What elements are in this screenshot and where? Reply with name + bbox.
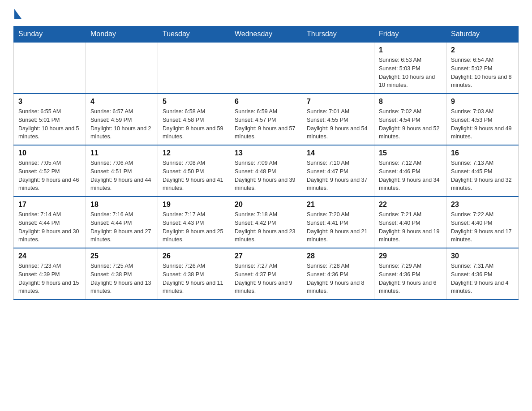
calendar-day-header: Friday bbox=[374, 26, 446, 43]
day-info: Sunrise: 7:18 AM Sunset: 4:42 PM Dayligh… bbox=[235, 210, 297, 244]
calendar-table: SundayMondayTuesdayWednesdayThursdayFrid… bbox=[13, 26, 519, 300]
calendar-cell: 26Sunrise: 7:26 AM Sunset: 4:38 PM Dayli… bbox=[158, 248, 230, 300]
calendar-cell: 8Sunrise: 7:02 AM Sunset: 4:54 PM Daylig… bbox=[374, 94, 446, 145]
day-info: Sunrise: 7:02 AM Sunset: 4:54 PM Dayligh… bbox=[379, 107, 442, 141]
day-number: 12 bbox=[163, 149, 225, 157]
day-info: Sunrise: 6:53 AM Sunset: 5:03 PM Dayligh… bbox=[379, 56, 442, 90]
calendar-cell: 19Sunrise: 7:17 AM Sunset: 4:43 PM Dayli… bbox=[158, 197, 230, 248]
day-info: Sunrise: 7:25 AM Sunset: 4:38 PM Dayligh… bbox=[90, 262, 153, 295]
day-number: 13 bbox=[235, 149, 297, 157]
calendar-cell: 1Sunrise: 6:53 AM Sunset: 5:03 PM Daylig… bbox=[374, 42, 446, 94]
calendar-cell: 23Sunrise: 7:22 AM Sunset: 4:40 PM Dayli… bbox=[446, 197, 519, 248]
day-number: 26 bbox=[163, 252, 225, 260]
calendar-cell: 28Sunrise: 7:28 AM Sunset: 4:36 PM Dayli… bbox=[302, 248, 374, 300]
calendar-cell: 17Sunrise: 7:14 AM Sunset: 4:44 PM Dayli… bbox=[14, 197, 86, 248]
day-info: Sunrise: 7:05 AM Sunset: 4:52 PM Dayligh… bbox=[18, 159, 81, 193]
day-info: Sunrise: 7:17 AM Sunset: 4:43 PM Dayligh… bbox=[163, 210, 225, 244]
day-number: 16 bbox=[451, 149, 514, 157]
day-info: Sunrise: 7:14 AM Sunset: 4:44 PM Dayligh… bbox=[18, 210, 81, 244]
calendar-cell: 2Sunrise: 6:54 AM Sunset: 5:02 PM Daylig… bbox=[446, 42, 519, 94]
day-info: Sunrise: 7:23 AM Sunset: 4:39 PM Dayligh… bbox=[18, 262, 81, 295]
day-info: Sunrise: 7:21 AM Sunset: 4:40 PM Dayligh… bbox=[379, 210, 442, 244]
day-number: 21 bbox=[307, 201, 369, 209]
day-info: Sunrise: 7:09 AM Sunset: 4:48 PM Dayligh… bbox=[235, 159, 297, 193]
calendar-week-row: 10Sunrise: 7:05 AM Sunset: 4:52 PM Dayli… bbox=[14, 145, 519, 197]
calendar-cell: 25Sunrise: 7:25 AM Sunset: 4:38 PM Dayli… bbox=[86, 248, 158, 300]
day-number: 23 bbox=[451, 201, 514, 209]
calendar-week-row: 3Sunrise: 6:55 AM Sunset: 5:01 PM Daylig… bbox=[14, 94, 519, 145]
logo-triangle-icon bbox=[14, 9, 21, 19]
day-number: 19 bbox=[163, 201, 225, 209]
day-number: 17 bbox=[18, 201, 81, 209]
day-info: Sunrise: 6:55 AM Sunset: 5:01 PM Dayligh… bbox=[18, 107, 81, 141]
day-info: Sunrise: 6:58 AM Sunset: 4:58 PM Dayligh… bbox=[163, 107, 225, 141]
calendar-cell: 9Sunrise: 7:03 AM Sunset: 4:53 PM Daylig… bbox=[446, 94, 519, 145]
calendar-cell: 5Sunrise: 6:58 AM Sunset: 4:58 PM Daylig… bbox=[158, 94, 230, 145]
calendar-cell: 13Sunrise: 7:09 AM Sunset: 4:48 PM Dayli… bbox=[230, 145, 302, 197]
calendar-week-row: 1Sunrise: 6:53 AM Sunset: 5:03 PM Daylig… bbox=[14, 42, 519, 94]
day-info: Sunrise: 6:57 AM Sunset: 4:59 PM Dayligh… bbox=[90, 107, 153, 141]
calendar-cell: 16Sunrise: 7:13 AM Sunset: 4:45 PM Dayli… bbox=[446, 145, 519, 197]
calendar-cell: 11Sunrise: 7:06 AM Sunset: 4:51 PM Dayli… bbox=[86, 145, 158, 197]
calendar-week-row: 17Sunrise: 7:14 AM Sunset: 4:44 PM Dayli… bbox=[14, 197, 519, 248]
calendar-cell: 6Sunrise: 6:59 AM Sunset: 4:57 PM Daylig… bbox=[230, 94, 302, 145]
calendar-day-header: Thursday bbox=[302, 26, 374, 43]
calendar-day-header: Sunday bbox=[14, 26, 86, 43]
calendar-day-header: Wednesday bbox=[230, 26, 302, 43]
day-info: Sunrise: 7:01 AM Sunset: 4:55 PM Dayligh… bbox=[307, 107, 369, 141]
day-number: 25 bbox=[90, 252, 153, 260]
calendar-cell: 21Sunrise: 7:20 AM Sunset: 4:41 PM Dayli… bbox=[302, 197, 374, 248]
day-info: Sunrise: 7:20 AM Sunset: 4:41 PM Dayligh… bbox=[307, 210, 369, 244]
calendar-cell bbox=[158, 42, 230, 94]
day-info: Sunrise: 7:06 AM Sunset: 4:51 PM Dayligh… bbox=[90, 159, 153, 193]
day-info: Sunrise: 7:31 AM Sunset: 4:36 PM Dayligh… bbox=[451, 262, 514, 295]
calendar-week-row: 24Sunrise: 7:23 AM Sunset: 4:39 PM Dayli… bbox=[14, 248, 519, 300]
calendar-header-row: SundayMondayTuesdayWednesdayThursdayFrid… bbox=[14, 26, 519, 43]
day-number: 1 bbox=[379, 46, 442, 54]
day-number: 2 bbox=[451, 46, 514, 54]
calendar-cell: 7Sunrise: 7:01 AM Sunset: 4:55 PM Daylig… bbox=[302, 94, 374, 145]
day-number: 20 bbox=[235, 201, 297, 209]
day-info: Sunrise: 7:26 AM Sunset: 4:38 PM Dayligh… bbox=[163, 262, 225, 295]
day-number: 22 bbox=[379, 201, 442, 209]
calendar-cell: 24Sunrise: 7:23 AM Sunset: 4:39 PM Dayli… bbox=[14, 248, 86, 300]
day-info: Sunrise: 7:22 AM Sunset: 4:40 PM Dayligh… bbox=[451, 210, 514, 244]
day-info: Sunrise: 6:54 AM Sunset: 5:02 PM Dayligh… bbox=[451, 56, 514, 90]
day-number: 9 bbox=[451, 98, 514, 106]
day-number: 6 bbox=[235, 98, 297, 106]
calendar-cell: 27Sunrise: 7:27 AM Sunset: 4:37 PM Dayli… bbox=[230, 248, 302, 300]
page-header bbox=[13, 9, 519, 17]
day-number: 3 bbox=[18, 98, 81, 106]
calendar-cell bbox=[230, 42, 302, 94]
calendar-cell: 29Sunrise: 7:29 AM Sunset: 4:36 PM Dayli… bbox=[374, 248, 446, 300]
day-number: 4 bbox=[90, 98, 153, 106]
calendar-cell: 15Sunrise: 7:12 AM Sunset: 4:46 PM Dayli… bbox=[374, 145, 446, 197]
day-info: Sunrise: 6:59 AM Sunset: 4:57 PM Dayligh… bbox=[235, 107, 297, 141]
day-number: 5 bbox=[163, 98, 225, 106]
day-info: Sunrise: 7:16 AM Sunset: 4:44 PM Dayligh… bbox=[90, 210, 153, 244]
day-number: 30 bbox=[451, 252, 514, 260]
calendar-cell: 12Sunrise: 7:08 AM Sunset: 4:50 PM Dayli… bbox=[158, 145, 230, 197]
calendar-cell bbox=[302, 42, 374, 94]
calendar-cell: 18Sunrise: 7:16 AM Sunset: 4:44 PM Dayli… bbox=[86, 197, 158, 248]
calendar-cell: 3Sunrise: 6:55 AM Sunset: 5:01 PM Daylig… bbox=[14, 94, 86, 145]
logo bbox=[13, 9, 21, 17]
day-number: 14 bbox=[307, 149, 369, 157]
day-number: 18 bbox=[90, 201, 153, 209]
calendar-cell: 22Sunrise: 7:21 AM Sunset: 4:40 PM Dayli… bbox=[374, 197, 446, 248]
day-info: Sunrise: 7:12 AM Sunset: 4:46 PM Dayligh… bbox=[379, 159, 442, 193]
calendar-day-header: Monday bbox=[86, 26, 158, 43]
day-info: Sunrise: 7:13 AM Sunset: 4:45 PM Dayligh… bbox=[451, 159, 514, 193]
calendar-cell bbox=[86, 42, 158, 94]
calendar-day-header: Tuesday bbox=[158, 26, 230, 43]
day-number: 8 bbox=[379, 98, 442, 106]
calendar-cell: 10Sunrise: 7:05 AM Sunset: 4:52 PM Dayli… bbox=[14, 145, 86, 197]
day-number: 29 bbox=[379, 252, 442, 260]
day-info: Sunrise: 7:29 AM Sunset: 4:36 PM Dayligh… bbox=[379, 262, 442, 295]
calendar-cell: 4Sunrise: 6:57 AM Sunset: 4:59 PM Daylig… bbox=[86, 94, 158, 145]
day-info: Sunrise: 7:27 AM Sunset: 4:37 PM Dayligh… bbox=[235, 262, 297, 295]
calendar-cell: 14Sunrise: 7:10 AM Sunset: 4:47 PM Dayli… bbox=[302, 145, 374, 197]
day-info: Sunrise: 7:28 AM Sunset: 4:36 PM Dayligh… bbox=[307, 262, 369, 295]
day-number: 27 bbox=[235, 252, 297, 260]
day-number: 24 bbox=[18, 252, 81, 260]
